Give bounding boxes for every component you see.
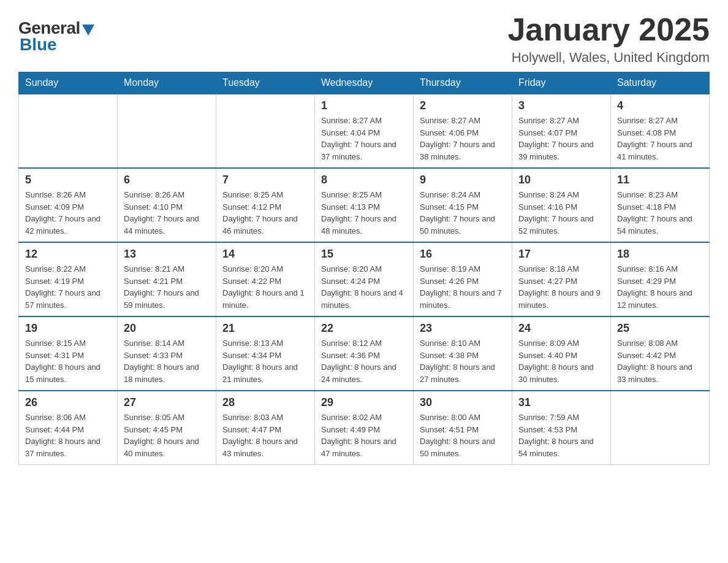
day-number: 25 — [617, 322, 703, 335]
day-number: 4 — [617, 99, 703, 112]
day-number: 1 — [321, 99, 407, 112]
day-info: Sunrise: 8:03 AM Sunset: 4:47 PM Dayligh… — [222, 412, 308, 459]
calendar-day-19: 19Sunrise: 8:15 AM Sunset: 4:31 PM Dayli… — [19, 316, 118, 391]
day-number: 22 — [321, 322, 407, 335]
calendar-header-sunday: Sunday — [19, 72, 118, 94]
page-header: General Blue January 2025 Holywell, Wale… — [18, 12, 710, 66]
calendar-day-11: 11Sunrise: 8:23 AM Sunset: 4:18 PM Dayli… — [611, 168, 710, 242]
logo-triangle-icon — [82, 25, 94, 36]
calendar-day-17: 17Sunrise: 8:18 AM Sunset: 4:27 PM Dayli… — [512, 242, 611, 316]
day-number: 5 — [25, 174, 111, 186]
day-info: Sunrise: 8:24 AM Sunset: 4:15 PM Dayligh… — [420, 189, 506, 237]
day-info: Sunrise: 8:22 AM Sunset: 4:19 PM Dayligh… — [25, 263, 111, 311]
day-info: Sunrise: 8:06 AM Sunset: 4:44 PM Dayligh… — [25, 412, 111, 459]
calendar-header-thursday: Thursday — [414, 72, 512, 94]
calendar-day-21: 21Sunrise: 8:13 AM Sunset: 4:34 PM Dayli… — [216, 316, 315, 391]
day-number: 13 — [124, 248, 210, 261]
calendar-empty-cell — [19, 94, 118, 168]
logo: General Blue — [18, 18, 94, 55]
calendar-day-20: 20Sunrise: 8:14 AM Sunset: 4:33 PM Dayli… — [118, 316, 216, 391]
subtitle: Holywell, Wales, United Kingdom — [507, 50, 710, 66]
day-number: 18 — [617, 248, 703, 261]
day-number: 7 — [222, 174, 308, 186]
calendar-day-8: 8Sunrise: 8:25 AM Sunset: 4:13 PM Daylig… — [315, 168, 414, 242]
calendar-week-row: 19Sunrise: 8:15 AM Sunset: 4:31 PM Dayli… — [19, 316, 710, 391]
calendar-header-tuesday: Tuesday — [216, 72, 315, 94]
day-number: 28 — [222, 396, 308, 409]
calendar-day-9: 9Sunrise: 8:24 AM Sunset: 4:15 PM Daylig… — [414, 168, 512, 242]
title-section: January 2025 Holywell, Wales, United Kin… — [507, 12, 710, 66]
day-info: Sunrise: 7:59 AM Sunset: 4:53 PM Dayligh… — [518, 412, 604, 459]
calendar-day-23: 23Sunrise: 8:10 AM Sunset: 4:38 PM Dayli… — [414, 316, 512, 391]
day-number: 30 — [420, 396, 506, 409]
calendar-day-26: 26Sunrise: 8:06 AM Sunset: 4:44 PM Dayli… — [19, 391, 118, 465]
calendar-day-18: 18Sunrise: 8:16 AM Sunset: 4:29 PM Dayli… — [611, 242, 710, 316]
day-number: 26 — [25, 396, 111, 409]
calendar-day-29: 29Sunrise: 8:02 AM Sunset: 4:49 PM Dayli… — [315, 391, 414, 465]
calendar-day-12: 12Sunrise: 8:22 AM Sunset: 4:19 PM Dayli… — [19, 242, 118, 316]
day-number: 27 — [124, 396, 210, 409]
day-info: Sunrise: 8:18 AM Sunset: 4:27 PM Dayligh… — [518, 263, 604, 311]
main-title: January 2025 — [507, 12, 710, 47]
calendar-header-saturday: Saturday — [611, 72, 710, 94]
day-info: Sunrise: 8:05 AM Sunset: 4:45 PM Dayligh… — [124, 412, 210, 459]
day-number: 9 — [420, 174, 506, 186]
calendar-empty-cell — [216, 94, 315, 168]
calendar-day-14: 14Sunrise: 8:20 AM Sunset: 4:22 PM Dayli… — [216, 242, 315, 316]
day-info: Sunrise: 8:20 AM Sunset: 4:24 PM Dayligh… — [321, 263, 407, 311]
day-info: Sunrise: 8:02 AM Sunset: 4:49 PM Dayligh… — [321, 412, 407, 459]
day-info: Sunrise: 8:10 AM Sunset: 4:38 PM Dayligh… — [420, 337, 506, 385]
day-number: 10 — [518, 174, 604, 186]
day-number: 24 — [518, 322, 604, 335]
calendar-empty-cell — [611, 391, 710, 465]
day-number: 8 — [321, 174, 407, 186]
day-info: Sunrise: 8:08 AM Sunset: 4:42 PM Dayligh… — [617, 337, 703, 385]
calendar-day-28: 28Sunrise: 8:03 AM Sunset: 4:47 PM Dayli… — [216, 391, 315, 465]
calendar-header-monday: Monday — [118, 72, 216, 94]
day-number: 2 — [420, 99, 506, 112]
day-number: 14 — [222, 248, 308, 261]
day-number: 20 — [124, 322, 210, 335]
calendar-day-15: 15Sunrise: 8:20 AM Sunset: 4:24 PM Dayli… — [315, 242, 414, 316]
day-info: Sunrise: 8:14 AM Sunset: 4:33 PM Dayligh… — [124, 337, 210, 385]
day-info: Sunrise: 8:20 AM Sunset: 4:22 PM Dayligh… — [222, 263, 308, 311]
calendar-day-25: 25Sunrise: 8:08 AM Sunset: 4:42 PM Dayli… — [611, 316, 710, 391]
calendar-day-2: 2Sunrise: 8:27 AM Sunset: 4:06 PM Daylig… — [414, 94, 512, 168]
calendar-week-row: 12Sunrise: 8:22 AM Sunset: 4:19 PM Dayli… — [19, 242, 710, 316]
calendar-day-4: 4Sunrise: 8:27 AM Sunset: 4:08 PM Daylig… — [611, 94, 710, 168]
day-info: Sunrise: 8:19 AM Sunset: 4:26 PM Dayligh… — [420, 263, 506, 311]
calendar-week-row: 26Sunrise: 8:06 AM Sunset: 4:44 PM Dayli… — [19, 391, 710, 465]
day-info: Sunrise: 8:13 AM Sunset: 4:34 PM Dayligh… — [222, 337, 308, 385]
calendar-week-row: 5Sunrise: 8:26 AM Sunset: 4:09 PM Daylig… — [19, 168, 710, 242]
day-number: 16 — [420, 248, 506, 261]
calendar-day-16: 16Sunrise: 8:19 AM Sunset: 4:26 PM Dayli… — [414, 242, 512, 316]
calendar-header-friday: Friday — [512, 72, 611, 94]
day-number: 15 — [321, 248, 407, 261]
day-info: Sunrise: 8:27 AM Sunset: 4:08 PM Dayligh… — [617, 115, 703, 163]
calendar-empty-cell — [118, 94, 216, 168]
day-info: Sunrise: 8:27 AM Sunset: 4:07 PM Dayligh… — [518, 115, 604, 163]
calendar-day-22: 22Sunrise: 8:12 AM Sunset: 4:36 PM Dayli… — [315, 316, 414, 391]
day-info: Sunrise: 8:16 AM Sunset: 4:29 PM Dayligh… — [617, 263, 703, 311]
day-info: Sunrise: 8:24 AM Sunset: 4:16 PM Dayligh… — [518, 189, 604, 237]
calendar-day-1: 1Sunrise: 8:27 AM Sunset: 4:04 PM Daylig… — [315, 94, 414, 168]
day-info: Sunrise: 8:12 AM Sunset: 4:36 PM Dayligh… — [321, 337, 407, 385]
calendar-header-row: SundayMondayTuesdayWednesdayThursdayFrid… — [19, 72, 710, 94]
day-number: 17 — [518, 248, 604, 261]
day-info: Sunrise: 8:09 AM Sunset: 4:40 PM Dayligh… — [518, 337, 604, 385]
day-info: Sunrise: 8:23 AM Sunset: 4:18 PM Dayligh… — [617, 189, 703, 237]
day-info: Sunrise: 8:15 AM Sunset: 4:31 PM Dayligh… — [25, 337, 111, 385]
day-info: Sunrise: 8:25 AM Sunset: 4:13 PM Dayligh… — [321, 189, 407, 237]
calendar-day-3: 3Sunrise: 8:27 AM Sunset: 4:07 PM Daylig… — [512, 94, 611, 168]
day-number: 31 — [518, 396, 604, 409]
logo-blue-text: Blue — [20, 35, 57, 55]
calendar-day-6: 6Sunrise: 8:26 AM Sunset: 4:10 PM Daylig… — [118, 168, 216, 242]
day-number: 12 — [25, 248, 111, 261]
calendar-day-10: 10Sunrise: 8:24 AM Sunset: 4:16 PM Dayli… — [512, 168, 611, 242]
day-info: Sunrise: 8:00 AM Sunset: 4:51 PM Dayligh… — [420, 412, 506, 459]
day-number: 23 — [420, 322, 506, 335]
calendar-table: SundayMondayTuesdayWednesdayThursdayFrid… — [18, 72, 710, 465]
calendar-day-30: 30Sunrise: 8:00 AM Sunset: 4:51 PM Dayli… — [414, 391, 512, 465]
day-number: 6 — [124, 174, 210, 186]
day-number: 11 — [617, 174, 703, 186]
